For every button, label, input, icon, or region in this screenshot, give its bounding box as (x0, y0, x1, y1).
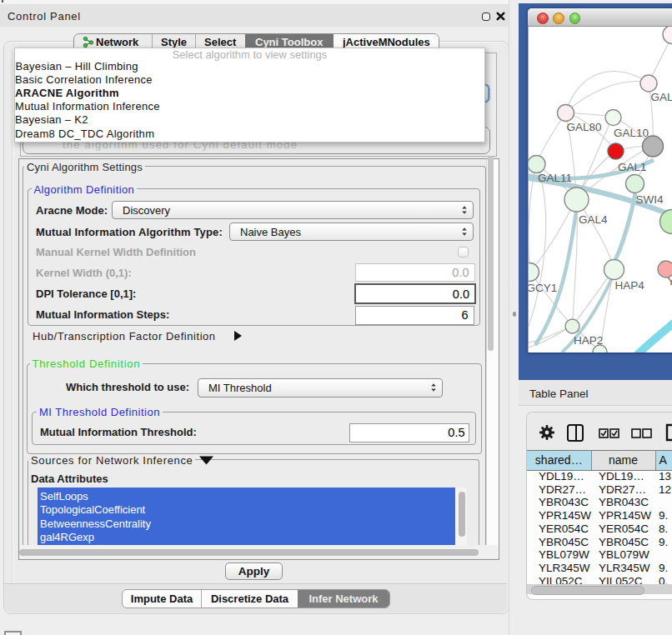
svg-text:Y: Y (668, 275, 672, 288)
svg-text:HAP2: HAP2 (574, 334, 603, 347)
svg-text:GAL4: GAL4 (579, 213, 608, 226)
svg-text:GAL1: GAL1 (618, 161, 647, 173)
svg-text:GAL10: GAL10 (614, 127, 649, 139)
svg-text:HAP4: HAP4 (615, 279, 645, 292)
svg-text:GAL2: GAL2 (651, 91, 672, 103)
svg-text:GCY1: GCY1 (529, 282, 557, 294)
svg-text:GAL11: GAL11 (538, 172, 572, 184)
svg-text:SWI4: SWI4 (636, 193, 664, 206)
svg-text:GAL80: GAL80 (567, 121, 602, 133)
